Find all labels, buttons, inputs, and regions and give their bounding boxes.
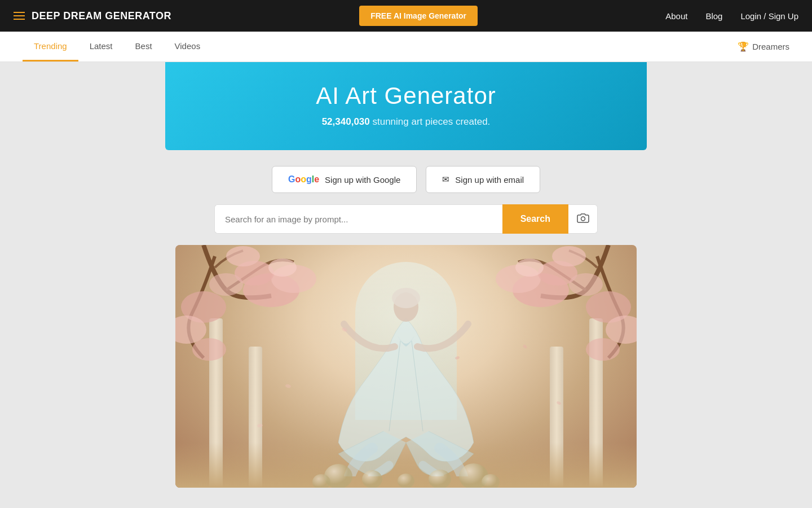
svg-point-8 bbox=[268, 259, 297, 277]
svg-point-18 bbox=[569, 273, 603, 296]
signup-google-button[interactable]: Google Sign up with Google bbox=[272, 166, 417, 193]
brand-name: DEEP DREAM GENERATOR bbox=[32, 10, 171, 22]
tabs-bar: Trending Latest Best Videos 🏆 Dreamers bbox=[0, 32, 812, 62]
free-ai-button[interactable]: FREE AI Image Generator bbox=[359, 6, 478, 26]
svg-point-9 bbox=[209, 273, 243, 296]
navbar: DEEP DREAM GENERATOR FREE AI Image Gener… bbox=[0, 0, 812, 32]
search-button[interactable]: Search bbox=[502, 204, 568, 234]
tab-best[interactable]: Best bbox=[124, 32, 164, 62]
art-count: 52,340,030 bbox=[322, 116, 370, 127]
signup-area: Google Sign up with Google ✉ Sign up wit… bbox=[0, 166, 812, 193]
tabs-left: Trending Latest Best Videos bbox=[23, 32, 738, 61]
signup-email-button[interactable]: ✉ Sign up with email bbox=[426, 166, 540, 193]
svg-point-22 bbox=[362, 470, 382, 488]
hero-subtitle-rest: stunning art pieces created. bbox=[370, 116, 491, 127]
navbar-center: FREE AI Image Generator bbox=[171, 6, 665, 26]
navbar-right: About Blog Login / Sign Up bbox=[665, 11, 798, 21]
svg-point-24 bbox=[429, 470, 451, 488]
tabs-right: 🏆 Dreamers bbox=[738, 41, 789, 52]
dreamers-label[interactable]: Dreamers bbox=[752, 42, 789, 51]
search-area: Search bbox=[0, 204, 812, 234]
about-link[interactable]: About bbox=[665, 11, 687, 21]
search-input[interactable] bbox=[214, 204, 502, 234]
search-wrapper: Search bbox=[214, 204, 598, 234]
hero-banner: AI Art Generator 52,340,030 stunning art… bbox=[165, 62, 647, 150]
tab-trending[interactable]: Trending bbox=[23, 32, 78, 62]
tab-videos[interactable]: Videos bbox=[164, 32, 212, 62]
login-link[interactable]: Login / Sign Up bbox=[740, 11, 798, 21]
camera-button[interactable] bbox=[568, 204, 598, 234]
svg-point-23 bbox=[398, 474, 414, 488]
svg-point-16 bbox=[586, 338, 620, 361]
hero-subtitle: 52,340,030 stunning art pieces created. bbox=[188, 116, 624, 128]
signup-google-label: Sign up with Google bbox=[325, 175, 400, 185]
svg-point-17 bbox=[515, 259, 544, 277]
email-icon: ✉ bbox=[442, 174, 449, 185]
hero-image bbox=[175, 245, 637, 488]
google-icon: Google bbox=[288, 174, 319, 185]
camera-icon bbox=[577, 213, 589, 226]
svg-point-0 bbox=[581, 217, 585, 221]
tab-latest[interactable]: Latest bbox=[78, 32, 124, 62]
svg-point-7 bbox=[192, 338, 226, 361]
hamburger-icon[interactable] bbox=[14, 12, 25, 20]
navbar-left: DEEP DREAM GENERATOR bbox=[14, 10, 171, 22]
trophy-icon: 🏆 bbox=[738, 41, 749, 52]
svg-point-13 bbox=[552, 246, 586, 266]
signup-email-label: Sign up with email bbox=[455, 175, 524, 185]
svg-point-4 bbox=[226, 246, 260, 266]
hero-title: AI Art Generator bbox=[188, 82, 624, 110]
blog-link[interactable]: Blog bbox=[705, 11, 722, 21]
svg-point-20 bbox=[392, 288, 420, 308]
